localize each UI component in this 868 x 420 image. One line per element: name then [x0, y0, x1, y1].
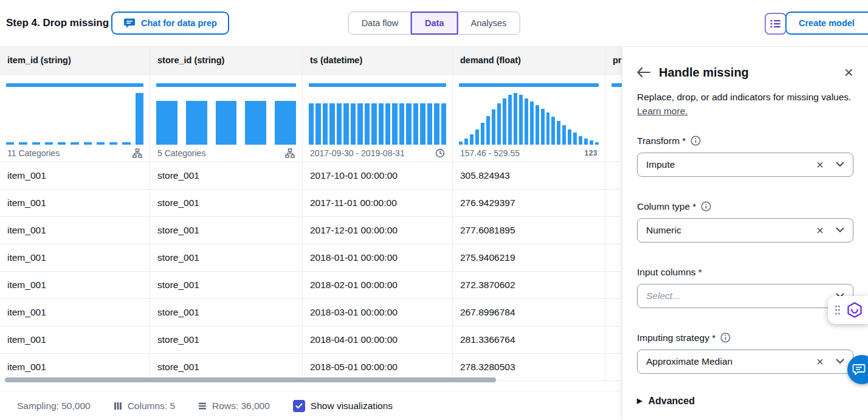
table-row: item_001store_0012018-03-01 00:00:00267.… — [0, 299, 622, 326]
canvas-widget — [828, 296, 868, 324]
column-histogram: 157.46 - 529.55 123 — [452, 75, 605, 162]
table-cell: 272.3870602 — [452, 272, 605, 298]
histogram-bar — [486, 116, 490, 145]
learn-more-link[interactable]: Learn more. — [637, 106, 688, 116]
input-columns-field: Input columns * Select... — [637, 266, 853, 308]
info-icon[interactable] — [691, 136, 701, 146]
advanced-label: Advanced — [648, 396, 694, 407]
chevron-down-icon[interactable] — [836, 359, 844, 364]
histogram-bar — [514, 93, 517, 145]
histogram-bar — [434, 103, 439, 145]
field-label: Input columns * — [637, 267, 702, 278]
column-header[interactable]: demand (float) — [452, 46, 605, 74]
advanced-toggle[interactable]: ▶ Advanced — [637, 396, 853, 407]
table-cell: store_001 — [150, 217, 302, 244]
clear-icon[interactable]: × — [816, 356, 824, 368]
column-header[interactable]: item_id (string) — [0, 46, 150, 74]
chat-bubble-icon — [852, 363, 866, 376]
histogram-bar — [441, 103, 446, 145]
histogram-bar — [492, 109, 495, 145]
table-row: item_001store_0012017-10-01 00:00:00305.… — [0, 162, 622, 190]
columns-stat: Columns: 5 — [114, 401, 175, 411]
histogram-bar — [337, 103, 342, 145]
data-table: item_id (string) store_id (string) ts (d… — [0, 46, 622, 420]
table-cell: 281.3366764 — [452, 326, 605, 353]
selected-value: Impute — [646, 159, 675, 170]
info-icon[interactable] — [720, 332, 731, 343]
column-histogram: 2017-09-30 - 2019-08-31 — [302, 75, 452, 162]
column-type-select[interactable]: Numeric × — [637, 218, 853, 243]
histogram-bar — [551, 117, 555, 145]
table-cell: item_001 — [0, 217, 150, 244]
histogram-bar — [357, 103, 362, 145]
histogram-bar — [399, 103, 404, 145]
transform-select[interactable]: Impute × — [637, 153, 853, 177]
table-cell: 2018-04-01 00:00:00 — [302, 326, 452, 353]
table-cell: item_001 — [0, 162, 150, 189]
histogram-bar — [427, 103, 432, 145]
column-histogram: 11 Categories — [0, 75, 150, 162]
table-cell — [605, 244, 622, 271]
info-icon[interactable] — [701, 201, 711, 212]
valid-data-bar — [459, 83, 599, 87]
input-columns-select[interactable]: Select... — [637, 284, 853, 308]
table-cell: 276.9429397 — [452, 190, 605, 216]
table-cell: 2017-12-01 00:00:00 — [302, 217, 452, 244]
histogram-bar — [584, 139, 588, 145]
tab-data[interactable]: Data — [411, 12, 458, 35]
tab-analyses[interactable]: Analyses — [458, 12, 520, 35]
horizontal-scrollbar[interactable] — [5, 377, 496, 382]
valid-data-bar — [6, 83, 143, 87]
create-model-label: Create model — [799, 18, 855, 28]
rows-stat: Rows: 36,000 — [198, 401, 270, 411]
table-cell — [605, 217, 622, 244]
histogram-bar — [365, 103, 370, 145]
histogram-bar — [406, 103, 411, 145]
histogram-bar — [156, 101, 177, 145]
column-header[interactable]: pr — [605, 46, 622, 74]
table-cell: 267.8996784 — [452, 299, 605, 326]
field-label: Column type * — [637, 201, 696, 212]
table-row: item_001store_0012017-12-01 00:00:00277.… — [0, 217, 622, 244]
list-icon — [770, 19, 781, 29]
panel-description: Replace, drop, or add indicators for mis… — [637, 92, 851, 102]
column-type-field: Column type * Numeric × — [637, 200, 853, 243]
drag-handle-icon[interactable] — [835, 305, 841, 315]
chevron-down-icon[interactable] — [836, 162, 844, 167]
table-cell: item_001 — [0, 272, 150, 298]
transform-field: Transform * Impute × — [637, 134, 853, 177]
table-cell: 2017-10-01 00:00:00 — [302, 162, 452, 189]
clear-icon[interactable]: × — [816, 224, 824, 236]
imputing-strategy-select[interactable]: Approximate Median × — [637, 349, 853, 374]
histogram-bar — [503, 98, 506, 145]
chat-bubble-icon — [123, 18, 136, 29]
tab-data-flow[interactable]: Data flow — [348, 12, 412, 35]
canvas-logo-icon[interactable] — [846, 301, 863, 318]
top-bar: Step 4. Drop missing Chat for data prep … — [0, 0, 868, 47]
close-icon[interactable]: × — [844, 64, 853, 80]
histogram-bar — [216, 101, 237, 145]
table-cell — [605, 272, 622, 298]
histogram-bar — [481, 123, 484, 145]
histogram-bar — [590, 140, 593, 145]
show-visualizations-label[interactable]: Show visualizations — [311, 401, 393, 411]
sampling-stat: Sampling: 50,000 — [17, 401, 91, 411]
chevron-down-icon[interactable] — [836, 227, 844, 233]
clear-icon[interactable]: × — [816, 159, 824, 171]
column-header[interactable]: ts (datetime) — [302, 46, 452, 74]
selected-value: Approximate Median — [646, 356, 732, 367]
histogram-bar — [475, 129, 479, 145]
column-header[interactable]: store_id (string) — [150, 46, 302, 74]
create-model-button[interactable]: Create model — [785, 12, 868, 35]
show-visualizations-checkbox[interactable] — [293, 400, 305, 412]
back-arrow-icon[interactable] — [637, 67, 650, 77]
table-cell — [605, 299, 622, 326]
steps-list-button[interactable] — [765, 13, 787, 35]
column-summary: 157.46 - 529.55 — [460, 148, 520, 158]
histogram-bar — [464, 139, 468, 145]
table-cell: store_001 — [150, 162, 302, 189]
histogram-bar — [420, 103, 425, 145]
valid-data-bar — [156, 83, 296, 87]
table-cell: 277.6081895 — [452, 217, 605, 244]
chat-for-data-prep-button[interactable]: Chat for data prep — [111, 12, 229, 35]
